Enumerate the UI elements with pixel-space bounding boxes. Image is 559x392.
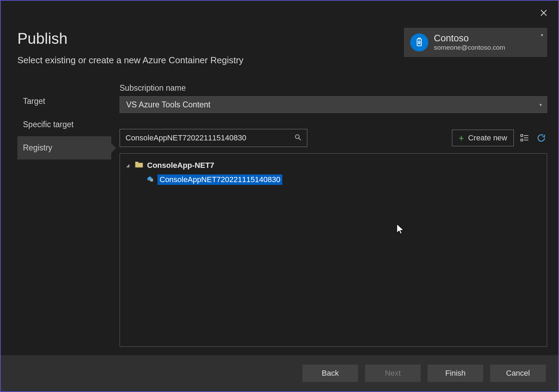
svg-rect-13	[152, 180, 153, 180]
account-text: Contoso someone@contoso.com	[434, 33, 505, 51]
svg-point-4	[295, 135, 299, 139]
close-icon	[540, 8, 547, 19]
sidebar-item-registry[interactable]: Registry	[17, 136, 111, 160]
chevron-down-icon: ▾	[540, 102, 542, 107]
svg-point-3	[418, 41, 420, 43]
next-button: Next	[365, 365, 421, 382]
subscription-label: Subscription name	[120, 83, 547, 93]
svg-rect-14	[151, 180, 152, 181]
svg-rect-15	[152, 180, 153, 181]
registry-icon	[146, 175, 154, 184]
account-selector[interactable]: Contoso someone@contoso.com ▾	[404, 28, 547, 57]
dialog-header: Publish Select existing or create a new …	[17, 30, 243, 66]
account-name: Contoso	[434, 33, 505, 44]
svg-rect-8	[521, 139, 522, 141]
main-panel: Subscription name VS Azure Tools Content…	[111, 81, 547, 347]
page-subtitle: Select existing or create a new Azure Co…	[17, 55, 243, 66]
tree-item-label: ConsoleAppNET720221115140830	[157, 174, 282, 185]
finish-button[interactable]: Finish	[428, 365, 483, 382]
search-icon	[294, 133, 302, 142]
dialog-footer: Back Next Finish Cancel	[1, 355, 558, 391]
account-email: someone@contoso.com	[434, 44, 505, 51]
svg-rect-12	[151, 180, 152, 180]
search-input[interactable]	[120, 129, 307, 147]
tree-group-label: ConsoleApp-NET7	[147, 161, 214, 170]
account-avatar	[410, 33, 428, 51]
sidebar-item-label: Target	[23, 97, 45, 106]
chevron-down-icon: ▾	[541, 33, 543, 38]
svg-rect-6	[521, 134, 522, 136]
tree-collapse-icon[interactable]: ◢	[126, 163, 131, 168]
create-new-button[interactable]: + Create new	[452, 130, 514, 146]
svg-line-5	[299, 138, 301, 140]
folder-icon	[135, 161, 144, 170]
search-toolbar: + Create new	[120, 129, 547, 147]
sidebar-item-target[interactable]: Target	[17, 90, 111, 113]
wizard-sidebar: Target Specific target Registry	[17, 81, 111, 347]
svg-rect-11	[150, 179, 153, 182]
subscription-dropdown[interactable]: VS Azure Tools Content ▾	[120, 96, 547, 113]
sidebar-item-label: Registry	[23, 143, 52, 152]
sidebar-item-label: Specific target	[23, 120, 74, 129]
create-new-label: Create new	[468, 133, 507, 142]
registry-tree: ◢ ConsoleApp-NET7 ConsoleAppNET720221115…	[120, 153, 547, 347]
subscription-value: VS Azure Tools Content	[126, 100, 211, 109]
content-area: Target Specific target Registry Subscrip…	[17, 81, 547, 347]
search-wrap	[120, 129, 307, 147]
refresh-button[interactable]	[535, 132, 547, 144]
tree-view-toggle-button[interactable]	[519, 132, 530, 144]
tree-group[interactable]: ◢ ConsoleApp-NET7	[126, 159, 541, 172]
close-button[interactable]	[539, 8, 549, 18]
sidebar-item-specific-target[interactable]: Specific target	[17, 113, 111, 136]
tree-item[interactable]: ConsoleAppNET720221115140830	[146, 173, 541, 186]
back-button[interactable]: Back	[302, 365, 358, 382]
page-title: Publish	[17, 30, 243, 47]
cancel-button[interactable]: Cancel	[490, 365, 546, 382]
plus-icon: +	[459, 133, 464, 144]
